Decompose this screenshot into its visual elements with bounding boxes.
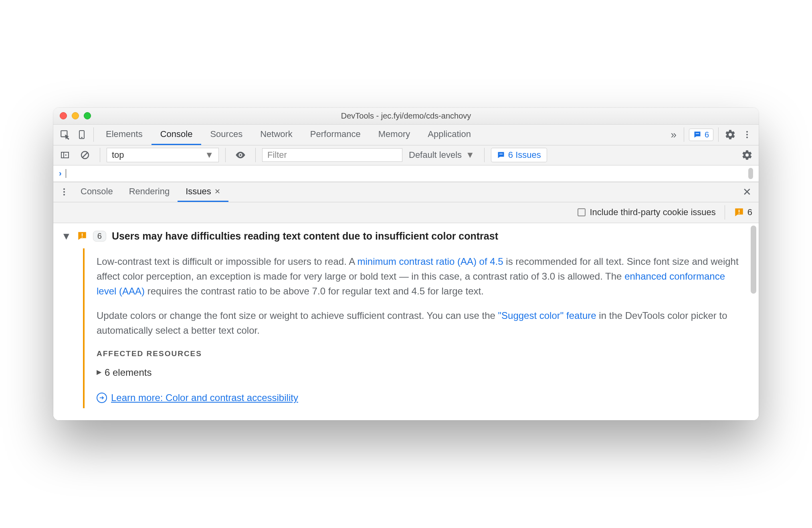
console-settings-icon[interactable] [739,147,755,163]
console-sidebar-toggle-icon[interactable] [57,147,73,163]
separator [225,148,226,162]
drawer-tabs-row: Console Rendering Issues ✕ ✕ [53,182,759,202]
affected-resources-heading: AFFECTED RESOURCES [97,348,740,359]
svg-point-15 [63,191,65,193]
tab-elements[interactable]: Elements [97,124,151,145]
main-tabs: Elements Console Sources Network Perform… [97,124,667,145]
log-levels-select[interactable]: Default levels ▼ [406,148,478,162]
affected-resources-label: 6 elements [105,365,151,380]
drawer-tab-issues-label: Issues [186,186,211,197]
svg-rect-19 [82,234,83,236]
exclamation-bubble-icon [734,207,744,218]
window-titlebar: DevTools - jec.fyi/demo/cds-anchovy [53,108,759,125]
separator [93,127,94,142]
exclamation-bubble-icon [77,231,87,241]
svg-rect-3 [696,133,699,134]
tab-sources[interactable]: Sources [201,124,251,145]
affected-resources-item[interactable]: ▶ 6 elements [97,365,740,380]
svg-point-16 [63,194,65,195]
text: Update colors or change the font size or… [97,310,498,321]
main-tabs-row: Elements Console Sources Network Perform… [53,125,759,145]
third-party-cookies-checkbox[interactable]: Include third-party cookie issues [578,207,715,218]
drawer-tab-console[interactable]: Console [73,182,121,202]
warning-count-value: 6 [747,207,752,218]
link-min-contrast[interactable]: minimum contrast ratio (AA) of 4.5 [358,256,503,267]
separator [484,148,485,162]
issue-count-pill: 6 [93,231,106,242]
drawer-more-icon[interactable] [56,183,73,200]
separator [718,127,719,142]
text: requires the contrast ratio to be above … [145,286,484,296]
svg-rect-17 [739,210,739,213]
svg-point-5 [746,134,748,135]
svg-point-14 [63,188,65,190]
console-toolbar: top ▼ Default levels ▼ 6 Issues [53,145,759,165]
live-expression-icon[interactable] [232,147,249,163]
settings-icon[interactable] [722,126,739,143]
scrollbar-thumb[interactable] [748,168,753,179]
tab-performance[interactable]: Performance [301,124,370,145]
svg-rect-13 [499,154,503,155]
dropdown-caret-icon: ▼ [466,150,475,160]
dropdown-caret-icon: ▼ [205,150,214,160]
svg-point-6 [746,137,748,138]
message-icon [693,131,701,139]
svg-rect-20 [82,237,83,238]
tab-memory[interactable]: Memory [370,124,419,145]
context-label: top [112,150,124,160]
clear-console-icon[interactable] [77,147,93,163]
separator [255,148,256,162]
text-cursor [66,169,67,178]
third-party-cookies-label: Include third-party cookie issues [590,207,715,218]
expand-triangle-icon: ▶ [97,367,101,377]
console-prompt[interactable]: › [53,165,759,182]
inspect-element-icon[interactable] [57,126,73,143]
issue-title: Users may have difficulties reading text… [112,230,498,242]
link-suggest-color[interactable]: "Suggest color" feature [498,310,596,321]
tab-network[interactable]: Network [251,124,301,145]
svg-point-4 [746,131,748,133]
tab-application[interactable]: Application [419,124,480,145]
drawer-tab-rendering[interactable]: Rendering [121,182,178,202]
more-tabs-button[interactable]: » [667,129,680,141]
drawer: Console Rendering Issues ✕ ✕ Include thi… [53,182,759,421]
levels-label: Default levels [409,150,462,160]
issues-toolbar: Include third-party cookie issues 6 [53,202,759,223]
separator [684,127,684,142]
tab-console[interactable]: Console [151,124,202,145]
expand-triangle-icon[interactable]: ▼ [61,230,71,242]
issues-badge[interactable]: 6 [689,129,713,141]
more-options-icon[interactable] [739,126,755,143]
issues-badge-count: 6 [705,130,709,139]
close-drawer-icon[interactable]: ✕ [738,186,756,198]
console-issues-label: 6 Issues [508,150,541,160]
svg-point-12 [240,154,242,156]
scrollbar-thumb[interactable] [751,226,756,294]
warning-count[interactable]: 6 [734,207,752,218]
console-filter-input[interactable] [262,148,402,162]
issues-body: ▼ 6 Users may have difficulties reading … [53,223,759,421]
svg-rect-18 [739,213,739,214]
issue-header[interactable]: ▼ 6 Users may have difficulties reading … [61,230,751,242]
prompt-chevron-icon: › [59,169,62,178]
arrow-circle-icon [97,393,107,403]
svg-line-11 [83,153,87,157]
issue-detail: Low-contrast text is difficult or imposs… [83,248,751,409]
close-tab-icon[interactable]: ✕ [214,187,220,196]
devtools-window: DevTools - jec.fyi/demo/cds-anchovy Elem… [53,108,759,421]
svg-rect-7 [61,152,69,158]
learn-more-row: Learn more: Color and contrast accessibi… [97,390,740,405]
console-issues-link[interactable]: 6 Issues [491,148,547,162]
checkbox-box [578,208,586,216]
separator [100,148,100,162]
issue-paragraph: Low-contrast text is difficult or imposs… [97,254,740,299]
separator [725,205,725,220]
svg-marker-9 [65,154,67,156]
message-icon [497,151,505,159]
link-learn-more[interactable]: Learn more: Color and contrast accessibi… [111,390,298,405]
device-toolbar-icon[interactable] [73,126,90,143]
issue-paragraph: Update colors or change the font size or… [97,308,740,338]
drawer-tab-issues[interactable]: Issues ✕ [178,182,228,202]
window-title: DevTools - jec.fyi/demo/cds-anchovy [53,111,759,121]
execution-context-select[interactable]: top ▼ [107,148,219,162]
